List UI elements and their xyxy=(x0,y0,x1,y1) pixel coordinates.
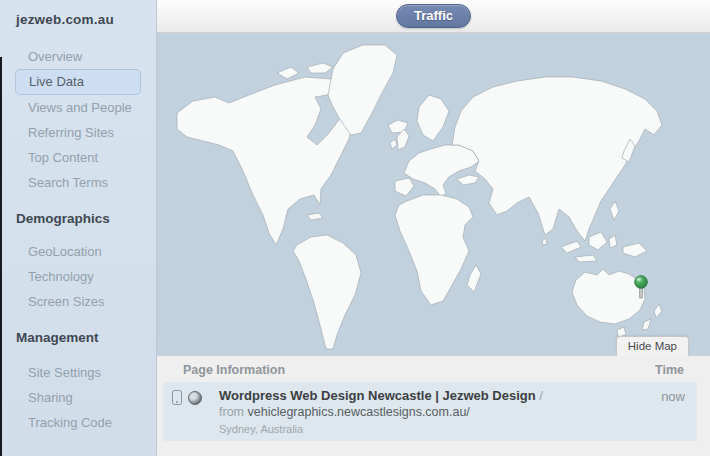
sidebar: jezweb.com.au Overview Live Data Views a… xyxy=(0,0,157,456)
sidebar-item-live-data[interactable]: Live Data xyxy=(15,69,141,95)
hide-map-button[interactable]: Hide Map xyxy=(616,336,689,356)
sidebar-item-views-and-people[interactable]: Views and People xyxy=(0,95,156,120)
sidebar-item-tracking-code[interactable]: Tracking Code xyxy=(0,410,156,435)
referrer-label: from xyxy=(219,405,244,419)
live-feed-panel: Page Information Time Wordpress Web Desi… xyxy=(157,356,710,456)
site-title: jezweb.com.au xyxy=(0,0,156,32)
sidebar-section-demographics: Demographics xyxy=(16,209,156,229)
sidebar-item-top-content[interactable]: Top Content xyxy=(0,145,156,170)
sidebar-item-search-terms[interactable]: Search Terms xyxy=(0,170,156,195)
sidebar-item-screen-sizes[interactable]: Screen Sizes xyxy=(0,289,156,314)
referrer-link[interactable]: vehiclegraphics.newcastlesigns.com.au/ xyxy=(247,405,469,419)
world-map-svg xyxy=(157,33,710,356)
page-information-header: Page Information xyxy=(183,363,285,377)
sidebar-nav-demographics: GeoLocation Technology Screen Sizes xyxy=(0,239,156,314)
page-path-link[interactable]: / xyxy=(539,388,543,403)
sidebar-item-geolocation[interactable]: GeoLocation xyxy=(0,239,156,264)
visitor-row-details: Wordpress Web Design Newcastle | Jezweb … xyxy=(219,388,661,435)
sidebar-nav-management: Site Settings Sharing Tracking Code xyxy=(0,360,156,435)
sidebar-item-sharing[interactable]: Sharing xyxy=(0,385,156,410)
page-title-link[interactable]: Wordpress Web Design Newcastle | Jezweb … xyxy=(219,388,536,403)
time-header: Time xyxy=(655,363,684,377)
sidebar-section-management: Management xyxy=(16,328,156,348)
window-edge-artifact xyxy=(0,57,2,456)
visitor-row-icons xyxy=(172,390,202,405)
mobile-icon xyxy=(172,390,182,405)
browser-icon xyxy=(188,391,202,405)
world-map: Hide Map xyxy=(157,33,710,356)
topbar: Traffic xyxy=(157,0,710,33)
traffic-button[interactable]: Traffic xyxy=(396,4,471,28)
visit-time: now xyxy=(661,389,685,404)
sidebar-item-overview[interactable]: Overview xyxy=(0,44,156,69)
visitor-row[interactable]: Wordpress Web Design Newcastle | Jezweb … xyxy=(163,382,697,441)
sidebar-nav: Overview Live Data Views and People Refe… xyxy=(0,44,156,195)
feed-header: Page Information Time xyxy=(157,356,710,382)
sidebar-item-technology[interactable]: Technology xyxy=(0,264,156,289)
visitor-location: Sydney, Australia xyxy=(219,423,661,435)
sidebar-item-site-settings[interactable]: Site Settings xyxy=(0,360,156,385)
sidebar-item-referring-sites[interactable]: Referring Sites xyxy=(0,120,156,145)
